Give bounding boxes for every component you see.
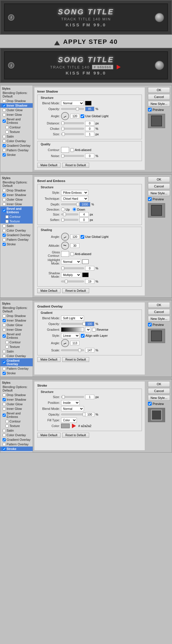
be-hopc-input[interactable] bbox=[85, 266, 94, 271]
sidebar4-bevel-emboss[interactable]: Bevel and Emboss bbox=[0, 411, 33, 419]
stroke-fill-type-select[interactable]: Color bbox=[61, 418, 77, 423]
sidebar2-inner-glow[interactable]: Inner Glow bbox=[0, 202, 33, 206]
sidebar2-stroke[interactable]: Stroke bbox=[0, 242, 33, 246]
sidebar-outer-glow[interactable]: Outer Glow bbox=[0, 108, 33, 112]
be-depth-input[interactable] bbox=[79, 202, 90, 207]
sidebar3-color-overlay[interactable]: Color Overlay bbox=[0, 354, 33, 358]
opacity-input[interactable] bbox=[85, 107, 94, 111]
sidebar4-outer-glow[interactable]: Outer Glow bbox=[0, 402, 33, 406]
go-cancel-btn[interactable]: Cancel bbox=[148, 309, 170, 315]
be-highlight-swatch[interactable] bbox=[82, 259, 89, 264]
blend-color-swatch[interactable] bbox=[85, 101, 91, 105]
go-reverse-check[interactable]: Reverse bbox=[92, 328, 108, 332]
go-new-style-btn[interactable]: New Style... bbox=[148, 316, 170, 322]
stroke-reset-default-btn[interactable]: Reset to Default bbox=[62, 433, 89, 438]
new-style-btn[interactable]: New Style... bbox=[148, 101, 170, 107]
knob-2[interactable] bbox=[155, 61, 164, 70]
be-size-slider[interactable] bbox=[61, 214, 78, 215]
sidebar3-inner-shadow[interactable]: Inner Shadow bbox=[0, 318, 33, 323]
knob[interactable] bbox=[155, 13, 164, 22]
blend-mode-select[interactable]: Normal bbox=[61, 101, 84, 106]
be-altitude-input[interactable] bbox=[70, 243, 79, 248]
sidebar3-blending[interactable]: Blending Options: Default bbox=[0, 306, 33, 314]
sidebar2-pattern-overlay[interactable]: Pattern Overlay bbox=[0, 237, 33, 242]
go-preview-check[interactable]: Preview bbox=[148, 323, 170, 326]
go-reset-default-btn[interactable]: Reset to Default bbox=[62, 357, 89, 362]
go-opacity-input[interactable] bbox=[85, 322, 94, 326]
be-ok-btn[interactable]: OK bbox=[148, 177, 170, 182]
global-light-check[interactable]: Use Global Light bbox=[81, 114, 108, 118]
go-scale-slider[interactable] bbox=[61, 349, 84, 351]
angle-circle[interactable] bbox=[61, 112, 69, 120]
sidebar2-inner-shadow[interactable]: Inner Shadow bbox=[0, 193, 33, 197]
stroke-opacity-slider[interactable] bbox=[61, 414, 84, 415]
be-shadow-select[interactable]: Multiply bbox=[61, 272, 81, 277]
go-align-check[interactable]: Align with Layer bbox=[81, 334, 108, 338]
sidebar4-contour[interactable]: Contour bbox=[0, 419, 33, 424]
sidebar2-bevel-emboss[interactable]: Bevel and Emboss bbox=[0, 206, 33, 214]
contour-preview[interactable] bbox=[61, 147, 69, 153]
go-angle-circle[interactable] bbox=[61, 339, 69, 347]
sidebar-gradient-overlay[interactable]: Gradient Overlay bbox=[0, 143, 33, 148]
stroke-blend-select[interactable]: Normal bbox=[61, 406, 84, 411]
size-slider[interactable] bbox=[61, 133, 84, 135]
ok-btn[interactable]: OK bbox=[148, 87, 170, 93]
choke-slider[interactable] bbox=[61, 128, 84, 130]
sidebar4-satin[interactable]: Satin bbox=[0, 428, 33, 433]
go-gradient-preview[interactable] bbox=[61, 327, 84, 332]
info-button[interactable]: i bbox=[8, 14, 14, 21]
anti-aliased-check[interactable]: Anti-aliased bbox=[70, 148, 91, 152]
stroke-preview-check[interactable]: Preview bbox=[148, 402, 170, 406]
stroke-opacity-input[interactable] bbox=[85, 412, 94, 417]
sidebar2-color-overlay[interactable]: Color Overlay bbox=[0, 228, 33, 233]
reset-default-btn[interactable]: Reset to Default bbox=[62, 163, 89, 168]
stroke-size-input[interactable] bbox=[85, 395, 94, 399]
distance-input[interactable] bbox=[85, 121, 94, 126]
make-default-btn[interactable]: Make Default bbox=[37, 163, 60, 168]
be-angle-circle[interactable] bbox=[61, 233, 69, 241]
be-size-input[interactable] bbox=[79, 212, 89, 217]
be-sopc-input[interactable] bbox=[85, 279, 94, 284]
noise-slider[interactable] bbox=[61, 155, 84, 157]
sidebar4-drop-shadow[interactable]: Drop Shadow bbox=[0, 393, 33, 397]
sidebar-texture[interactable]: Texture bbox=[0, 130, 33, 134]
sidebar3-bevel-emboss[interactable]: Bevel and Emboss bbox=[0, 332, 33, 340]
stroke-color-swatch[interactable] bbox=[61, 424, 70, 428]
cancel-btn[interactable]: Cancel bbox=[148, 94, 170, 100]
sidebar4-color-overlay[interactable]: Color Overlay bbox=[0, 433, 33, 437]
go-make-default-btn[interactable]: Make Default bbox=[37, 357, 60, 362]
sidebar4-pattern-overlay[interactable]: Pattern Overlay bbox=[0, 442, 33, 447]
sidebar2-contour[interactable]: Contour bbox=[0, 214, 33, 219]
be-reset-default-btn[interactable]: Reset to Default bbox=[62, 288, 89, 293]
sidebar2-satin[interactable]: Satin bbox=[0, 224, 33, 228]
be-highlight-select[interactable]: Normal bbox=[61, 259, 81, 264]
sidebar2-blending[interactable]: Blending Options: Default bbox=[0, 180, 33, 188]
go-angle-input[interactable] bbox=[70, 341, 79, 345]
go-style-select[interactable]: Linear bbox=[61, 333, 80, 338]
stroke-position-select[interactable]: Inside bbox=[61, 400, 80, 405]
sidebar-blending[interactable]: Blending Options: Default bbox=[0, 91, 33, 99]
sidebar-pattern-overlay[interactable]: Pattern Overlay bbox=[0, 148, 33, 152]
sidebar-color-overlay[interactable]: Color Overlay bbox=[0, 139, 33, 143]
sidebar3-gradient-overlay[interactable]: Gradient Overlay bbox=[0, 358, 33, 366]
sidebar4-blending[interactable]: Blending Options: Default bbox=[0, 385, 33, 393]
stroke-new-style-btn[interactable]: New Style... bbox=[148, 395, 170, 401]
stroke-ok-btn[interactable]: OK bbox=[148, 381, 170, 387]
sidebar-drop-shadow[interactable]: Drop Shadow bbox=[0, 99, 33, 103]
be-preview-check[interactable]: Preview bbox=[148, 197, 170, 201]
sidebar2-outer-glow[interactable]: Outer Glow bbox=[0, 197, 33, 202]
opacity-slider[interactable] bbox=[61, 108, 84, 110]
be-technique-select[interactable]: Chisel Hard bbox=[61, 196, 88, 201]
sidebar3-drop-shadow[interactable]: Drop Shadow bbox=[0, 314, 33, 318]
sidebar-inner-shadow[interactable]: Inner Shadow bbox=[0, 103, 33, 108]
be-new-style-btn[interactable]: New Style... bbox=[148, 190, 170, 196]
be-sopc-slider[interactable] bbox=[61, 281, 84, 282]
sidebar4-texture[interactable]: Texture bbox=[0, 424, 33, 428]
sidebar3-pattern-overlay[interactable]: Pattern Overlay bbox=[0, 366, 33, 371]
sidebar-inner-glow[interactable]: Inner Glow bbox=[0, 112, 33, 117]
sidebar-bevel-emboss[interactable]: Bevel and Emboss bbox=[0, 117, 33, 125]
be-altitude-circle[interactable] bbox=[61, 242, 69, 250]
distance-slider[interactable] bbox=[61, 122, 84, 124]
info-button-2[interactable]: i bbox=[8, 62, 14, 68]
be-contour-preview[interactable] bbox=[61, 251, 69, 257]
